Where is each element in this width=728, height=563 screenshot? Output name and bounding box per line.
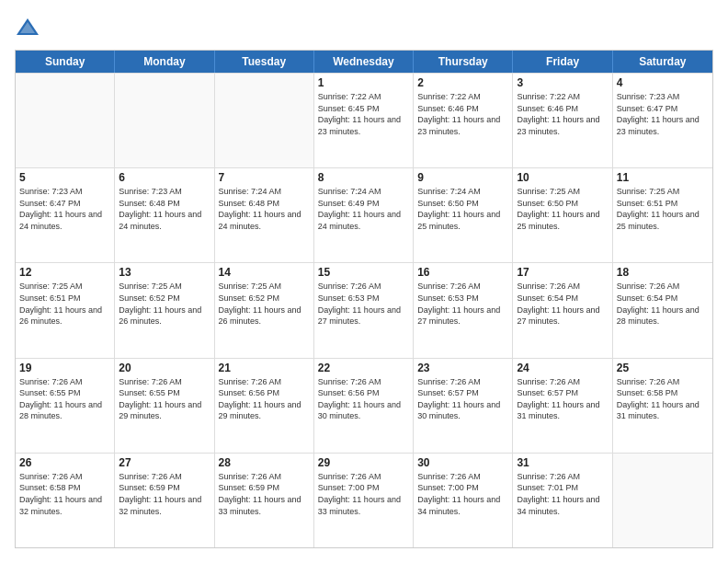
day-number: 11 [617,171,709,184]
calendar-row-2: 5Sunrise: 7:23 AM Sunset: 6:47 PM Daylig… [16,167,712,262]
header-day-monday: Monday [115,51,214,73]
calendar-cell-11: 11Sunrise: 7:25 AM Sunset: 6:51 PM Dayli… [613,168,712,262]
day-number: 25 [617,362,709,374]
cell-info: Sunrise: 7:25 AM Sunset: 6:51 PM Dayligh… [19,281,110,327]
calendar-cell-6: 6Sunrise: 7:23 AM Sunset: 6:48 PM Daylig… [115,168,214,262]
cell-info: Sunrise: 7:26 AM Sunset: 6:59 PM Dayligh… [119,471,210,517]
day-number: 23 [417,362,508,374]
cell-info: Sunrise: 7:23 AM Sunset: 6:47 PM Dayligh… [617,91,709,137]
day-number: 29 [318,456,409,469]
cell-info: Sunrise: 7:23 AM Sunset: 6:47 PM Dayligh… [19,186,110,232]
calendar-cell-24: 24Sunrise: 7:26 AM Sunset: 6:57 PM Dayli… [513,359,612,453]
day-number: 18 [617,266,709,279]
header-day-sunday: Sunday [16,51,115,73]
day-number: 10 [517,171,608,184]
day-number: 20 [119,362,210,374]
calendar-row-4: 19Sunrise: 7:26 AM Sunset: 6:55 PM Dayli… [16,358,712,453]
calendar-cell-10: 10Sunrise: 7:25 AM Sunset: 6:50 PM Dayli… [513,168,612,262]
header-day-wednesday: Wednesday [314,51,414,73]
calendar-cell-8: 8Sunrise: 7:24 AM Sunset: 6:49 PM Daylig… [314,168,414,262]
calendar-cell-empty [115,74,214,167]
cell-info: Sunrise: 7:26 AM Sunset: 6:53 PM Dayligh… [318,281,409,327]
calendar-cell-20: 20Sunrise: 7:26 AM Sunset: 6:55 PM Dayli… [115,359,214,453]
day-number: 31 [517,456,608,469]
calendar-cell-5: 5Sunrise: 7:23 AM Sunset: 6:47 PM Daylig… [16,168,115,262]
calendar-row-3: 12Sunrise: 7:25 AM Sunset: 6:51 PM Dayli… [16,262,712,357]
day-number: 1 [318,76,409,89]
day-number: 13 [119,266,210,279]
cell-info: Sunrise: 7:26 AM Sunset: 6:58 PM Dayligh… [19,471,110,517]
day-number: 2 [417,76,508,89]
day-number: 26 [19,456,110,469]
calendar-cell-17: 17Sunrise: 7:26 AM Sunset: 6:54 PM Dayli… [513,263,612,357]
header [15,15,713,40]
calendar-cell-3: 3Sunrise: 7:22 AM Sunset: 6:46 PM Daylig… [513,74,612,167]
calendar-cell-7: 7Sunrise: 7:24 AM Sunset: 6:48 PM Daylig… [215,168,314,262]
calendar-cell-12: 12Sunrise: 7:25 AM Sunset: 6:51 PM Dayli… [16,263,115,357]
day-number: 8 [318,171,409,184]
day-number: 12 [19,266,110,279]
cell-info: Sunrise: 7:26 AM Sunset: 6:55 PM Dayligh… [119,376,210,422]
cell-info: Sunrise: 7:26 AM Sunset: 6:55 PM Dayligh… [19,376,110,422]
calendar-row-1: 1Sunrise: 7:22 AM Sunset: 6:45 PM Daylig… [16,73,712,167]
calendar-cell-28: 28Sunrise: 7:26 AM Sunset: 6:59 PM Dayli… [215,454,314,547]
cell-info: Sunrise: 7:26 AM Sunset: 6:54 PM Dayligh… [517,281,608,327]
calendar-cell-26: 26Sunrise: 7:26 AM Sunset: 6:58 PM Dayli… [16,454,115,547]
calendar-cell-empty [215,74,314,167]
cell-info: Sunrise: 7:24 AM Sunset: 6:49 PM Dayligh… [318,186,409,232]
day-number: 27 [119,456,210,469]
cell-info: Sunrise: 7:26 AM Sunset: 6:56 PM Dayligh… [219,376,310,422]
calendar-cell-empty [16,74,115,167]
calendar-cell-18: 18Sunrise: 7:26 AM Sunset: 6:54 PM Dayli… [613,263,712,357]
day-number: 6 [119,171,210,184]
cell-info: Sunrise: 7:26 AM Sunset: 6:58 PM Dayligh… [617,376,709,422]
day-number: 30 [417,456,508,469]
cell-info: Sunrise: 7:25 AM Sunset: 6:52 PM Dayligh… [219,281,310,327]
cell-info: Sunrise: 7:25 AM Sunset: 6:51 PM Dayligh… [617,186,709,232]
cell-info: Sunrise: 7:26 AM Sunset: 6:57 PM Dayligh… [417,376,508,422]
page: SundayMondayTuesdayWednesdayThursdayFrid… [0,0,728,563]
cell-info: Sunrise: 7:26 AM Sunset: 7:01 PM Dayligh… [517,471,608,517]
cell-info: Sunrise: 7:24 AM Sunset: 6:50 PM Dayligh… [417,186,508,232]
day-number: 4 [617,76,709,89]
day-number: 22 [318,362,409,374]
calendar-cell-22: 22Sunrise: 7:26 AM Sunset: 6:56 PM Dayli… [314,359,414,453]
calendar-cell-30: 30Sunrise: 7:26 AM Sunset: 7:00 PM Dayli… [414,454,513,547]
day-number: 17 [517,266,608,279]
cell-info: Sunrise: 7:26 AM Sunset: 6:53 PM Dayligh… [417,281,508,327]
calendar-cell-2: 2Sunrise: 7:22 AM Sunset: 6:46 PM Daylig… [414,74,513,167]
day-number: 7 [219,171,310,184]
header-day-tuesday: Tuesday [215,51,314,73]
calendar-body: 1Sunrise: 7:22 AM Sunset: 6:45 PM Daylig… [16,73,712,547]
calendar-cell-23: 23Sunrise: 7:26 AM Sunset: 6:57 PM Dayli… [414,359,513,453]
cell-info: Sunrise: 7:25 AM Sunset: 6:50 PM Dayligh… [517,186,608,232]
calendar-cell-9: 9Sunrise: 7:24 AM Sunset: 6:50 PM Daylig… [414,168,513,262]
calendar-row-5: 26Sunrise: 7:26 AM Sunset: 6:58 PM Dayli… [16,453,712,547]
calendar-cell-29: 29Sunrise: 7:26 AM Sunset: 7:00 PM Dayli… [314,454,414,547]
cell-info: Sunrise: 7:22 AM Sunset: 6:46 PM Dayligh… [417,91,508,137]
cell-info: Sunrise: 7:22 AM Sunset: 6:46 PM Dayligh… [517,91,608,137]
calendar-cell-19: 19Sunrise: 7:26 AM Sunset: 6:55 PM Dayli… [16,359,115,453]
cell-info: Sunrise: 7:26 AM Sunset: 7:00 PM Dayligh… [417,471,508,517]
cell-info: Sunrise: 7:26 AM Sunset: 6:54 PM Dayligh… [617,281,709,327]
calendar-cell-14: 14Sunrise: 7:25 AM Sunset: 6:52 PM Dayli… [215,263,314,357]
cell-info: Sunrise: 7:26 AM Sunset: 7:00 PM Dayligh… [318,471,409,517]
calendar-cell-27: 27Sunrise: 7:26 AM Sunset: 6:59 PM Dayli… [115,454,214,547]
calendar-cell-4: 4Sunrise: 7:23 AM Sunset: 6:47 PM Daylig… [613,74,712,167]
cell-info: Sunrise: 7:26 AM Sunset: 6:56 PM Dayligh… [318,376,409,422]
logo [15,15,44,40]
calendar-cell-empty [613,454,712,547]
logo-icon [15,15,40,40]
calendar-cell-1: 1Sunrise: 7:22 AM Sunset: 6:45 PM Daylig… [314,74,414,167]
day-number: 28 [219,456,310,469]
cell-info: Sunrise: 7:26 AM Sunset: 6:59 PM Dayligh… [219,471,310,517]
cell-info: Sunrise: 7:26 AM Sunset: 6:57 PM Dayligh… [517,376,608,422]
day-number: 21 [219,362,310,374]
day-number: 9 [417,171,508,184]
cell-info: Sunrise: 7:24 AM Sunset: 6:48 PM Dayligh… [219,186,310,232]
day-number: 19 [19,362,110,374]
day-number: 15 [318,266,409,279]
cell-info: Sunrise: 7:22 AM Sunset: 6:45 PM Dayligh… [318,91,409,137]
calendar-cell-21: 21Sunrise: 7:26 AM Sunset: 6:56 PM Dayli… [215,359,314,453]
calendar-header: SundayMondayTuesdayWednesdayThursdayFrid… [16,51,712,73]
